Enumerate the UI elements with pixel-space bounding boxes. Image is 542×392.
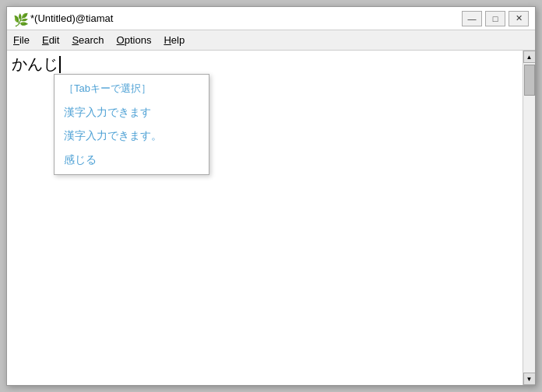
- minimize-button[interactable]: —: [462, 11, 482, 26]
- menu-search[interactable]: Search: [65, 33, 110, 47]
- scroll-down-button[interactable]: ▼: [523, 373, 536, 385]
- menu-edit-label: Edit: [42, 34, 59, 46]
- autocomplete-label-0: ［Tabキーで選択］: [64, 82, 151, 94]
- window-title: *(Untitled)@tiamat: [30, 12, 113, 24]
- scroll-up-button[interactable]: ▲: [523, 51, 536, 63]
- application-window: 🌿 *(Untitled)@tiamat — □ ✕ File Edit Sea…: [6, 6, 536, 386]
- menu-help[interactable]: Help: [157, 33, 191, 47]
- text-cursor: [59, 56, 61, 73]
- scroll-track[interactable]: [523, 63, 535, 373]
- menu-options[interactable]: Options: [111, 33, 158, 47]
- scroll-thumb[interactable]: [524, 65, 535, 96]
- maximize-button[interactable]: □: [485, 11, 505, 26]
- menu-search-label: Search: [72, 34, 104, 46]
- app-icon: 🌿: [13, 12, 26, 25]
- autocomplete-item-3[interactable]: 感じる: [55, 148, 209, 171]
- editor-line: かんじ: [12, 54, 518, 75]
- menu-bar: File Edit Search Options Help: [7, 30, 535, 51]
- title-bar-left: 🌿 *(Untitled)@tiamat: [13, 12, 113, 25]
- menu-help-label: Help: [164, 34, 185, 46]
- menu-options-label: Options: [117, 34, 152, 46]
- close-button[interactable]: ✕: [509, 11, 529, 26]
- autocomplete-item-1[interactable]: 漢字入力できます: [55, 100, 209, 124]
- title-bar: 🌿 *(Untitled)@tiamat — □ ✕: [7, 7, 535, 30]
- menu-file-label: File: [13, 34, 30, 46]
- typed-text: かんじ: [12, 54, 58, 75]
- autocomplete-item-0[interactable]: ［Tabキーで選択］: [55, 78, 209, 100]
- title-bar-buttons: — □ ✕: [462, 11, 529, 26]
- autocomplete-label-3: 感じる: [64, 153, 97, 166]
- text-content[interactable]: かんじ ［Tabキーで選択］ 漢字入力できます 漢字入力できます。 感じる: [7, 51, 523, 385]
- editor-area: かんじ ［Tabキーで選択］ 漢字入力できます 漢字入力できます。 感じる: [7, 51, 535, 385]
- scrollbar: ▲ ▼: [523, 51, 535, 385]
- autocomplete-label-2: 漢字入力できます。: [64, 129, 162, 142]
- autocomplete-label-1: 漢字入力できます: [64, 106, 151, 118]
- autocomplete-popup: ［Tabキーで選択］ 漢字入力できます 漢字入力できます。 感じる: [54, 74, 209, 175]
- autocomplete-item-2[interactable]: 漢字入力できます。: [55, 124, 209, 147]
- menu-file[interactable]: File: [7, 33, 36, 47]
- menu-edit[interactable]: Edit: [36, 33, 65, 47]
